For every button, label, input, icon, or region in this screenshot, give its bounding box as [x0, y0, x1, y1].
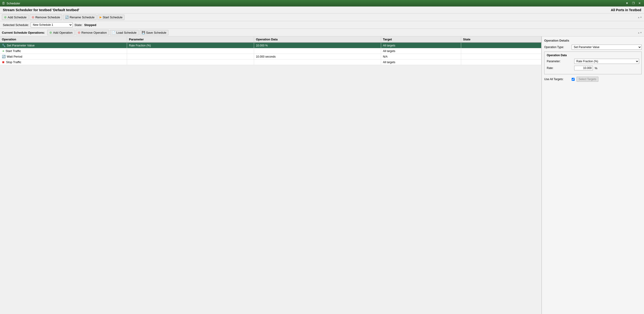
details-panel-title: Operation Details	[544, 39, 642, 42]
col-state: State	[461, 36, 542, 42]
add-schedule-icon: ⊕	[4, 15, 7, 19]
op-name-cell: 🔄 Wait Period	[0, 54, 127, 59]
operation-data-title: Operation Data	[547, 54, 639, 57]
add-operation-icon: ⊕	[49, 31, 52, 34]
operation-type-row: Operation Type: Set Parameter Value	[544, 45, 642, 50]
ops-toolbar-scrollbar: ▲▼	[638, 31, 642, 34]
content-area: Operation Parameter Operation Data Targe…	[0, 36, 644, 314]
ops-toolbar-label: Current Schedule Operations:	[2, 31, 45, 34]
main-header-title: Stream Scheduler for testbed 'Default te…	[3, 8, 79, 12]
close-button[interactable]: ✕	[637, 1, 642, 5]
add-operation-label: Add Operation	[53, 31, 72, 34]
table-header-row: Operation Parameter Operation Data Targe…	[0, 36, 542, 42]
toolbar-scrollbar: ▲▼	[638, 16, 642, 18]
wrench-icon: 🔧	[2, 44, 6, 47]
target-cell: N/A	[381, 54, 461, 59]
parameter-cell: Rate Fraction (%)	[127, 42, 254, 48]
op-name-cell: ⏹ Stop Traffic	[0, 59, 127, 65]
select-targets-button[interactable]: Select Targets	[576, 77, 598, 82]
use-targets-row: Use All Targets: Select Targets	[544, 77, 642, 82]
stop-icon: ⏹	[2, 60, 5, 64]
table-row[interactable]: 🔧 Set Parameter Value Rate Fraction (%) …	[0, 42, 542, 48]
title-bar: 🗓 Scheduler ▼ ❐ ✕	[0, 0, 644, 6]
op-data-cell	[254, 48, 381, 54]
schedule-toolbar: ⊕ Add Schedule ⊖ Remove Schedule 🔄 Renam…	[0, 13, 644, 21]
start-schedule-label: Start Schedule	[102, 15, 122, 19]
state-cell	[461, 42, 542, 48]
state-cell	[461, 48, 542, 54]
ops-toolbar: Current Schedule Operations: ⊕ Add Opera…	[0, 29, 644, 36]
all-ports-label: All Ports in Testbed	[611, 8, 641, 12]
operation-type-select[interactable]: Set Parameter Value	[572, 45, 642, 50]
table-row[interactable]: ⏹ Stop Traffic All targets	[0, 59, 542, 65]
rate-input[interactable]	[574, 66, 593, 70]
rename-schedule-button[interactable]: 🔄 Rename Schedule	[63, 15, 96, 20]
start-schedule-icon: ▶	[100, 15, 102, 19]
schedule-select[interactable]: New Schedule 1	[31, 22, 72, 27]
col-parameter: Parameter	[127, 36, 254, 42]
save-schedule-label: Save Schedule	[146, 31, 166, 34]
table-row[interactable]: 🔄 Wait Period 10.000 seconds N/A	[0, 54, 542, 59]
table-row[interactable]: ➜ Start Traffic All targets	[0, 48, 542, 54]
target-cell: All targets	[381, 42, 461, 48]
use-all-targets-label: Use All Targets:	[544, 78, 570, 81]
rate-label: Rate:	[547, 66, 572, 70]
op-name: Start Traffic	[6, 49, 21, 53]
state-cell	[461, 54, 542, 59]
operations-table-area: Operation Parameter Operation Data Targe…	[0, 36, 542, 314]
parameter-cell	[127, 54, 254, 59]
add-schedule-label: Add Schedule	[8, 15, 26, 19]
state-cell	[461, 59, 542, 65]
parameter-cell	[127, 59, 254, 65]
parameter-cell	[127, 48, 254, 54]
col-operation-data: Operation Data	[254, 36, 381, 42]
title-bar-title: Scheduler	[6, 2, 20, 5]
rename-schedule-label: Rename Schedule	[70, 15, 94, 19]
state-label: State:	[74, 23, 82, 27]
add-schedule-button[interactable]: ⊕ Add Schedule	[2, 14, 28, 20]
details-panel: Operation Details Operation Type: Set Pa…	[542, 36, 644, 314]
target-cell: All targets	[381, 59, 461, 65]
arrow-icon: ➜	[2, 49, 4, 53]
schedule-row: Selected Schedule: New Schedule 1 State:…	[0, 21, 644, 29]
target-cell: All targets	[381, 48, 461, 54]
op-name-cell: 🔧 Set Parameter Value	[0, 42, 127, 48]
state-value: Stopped	[84, 23, 96, 27]
app-icon: 🗓	[2, 1, 5, 5]
rename-schedule-icon: 🔄	[65, 15, 69, 19]
remove-operation-icon: ⊖	[78, 31, 80, 34]
remove-operation-button[interactable]: ⊖ Remove Operation	[76, 30, 109, 35]
op-name: Stop Traffic	[6, 60, 22, 64]
col-operation: Operation	[0, 36, 127, 42]
op-name-cell: ➜ Start Traffic	[0, 48, 127, 54]
op-data-cell: 10.000 %	[254, 42, 381, 48]
remove-operation-label: Remove Operation	[82, 31, 107, 34]
start-schedule-button[interactable]: ▶ Start Schedule	[98, 15, 124, 20]
parameter-select[interactable]: Rate Fraction (%)	[574, 59, 639, 64]
op-name: Wait Period	[7, 55, 22, 58]
main-header: Stream Scheduler for testbed 'Default te…	[0, 6, 644, 13]
rate-unit: %	[595, 66, 598, 70]
remove-schedule-label: Remove Schedule	[35, 15, 60, 19]
save-schedule-button[interactable]: 💾 Save Schedule	[140, 30, 168, 35]
parameter-row: Parameter: Rate Fraction (%)	[547, 59, 639, 64]
op-data-cell	[254, 59, 381, 65]
add-operation-button[interactable]: ⊕ Add Operation	[47, 30, 75, 35]
parameter-label: Parameter:	[547, 60, 572, 63]
selected-schedule-label: Selected Schedule:	[3, 23, 29, 27]
maximize-button[interactable]: ❐	[631, 1, 636, 5]
clock-icon: 🔄	[2, 55, 6, 58]
load-schedule-icon: 📄	[112, 31, 116, 34]
operation-data-group: Operation Data Parameter: Rate Fraction …	[544, 52, 642, 74]
minimize-button[interactable]: ▼	[624, 1, 630, 5]
load-schedule-label: Load Schedule	[116, 31, 136, 34]
remove-schedule-button[interactable]: ⊖ Remove Schedule	[30, 14, 62, 20]
remove-schedule-icon: ⊖	[32, 15, 34, 19]
rate-row: Rate: %	[547, 66, 639, 70]
col-target: Target	[381, 36, 461, 42]
load-schedule-button[interactable]: 📄 Load Schedule	[110, 30, 139, 35]
save-schedule-icon: 💾	[142, 31, 145, 34]
use-all-targets-checkbox[interactable]	[572, 78, 575, 81]
operations-table: Operation Parameter Operation Data Targe…	[0, 36, 542, 65]
op-data-cell: 10.000 seconds	[254, 54, 381, 59]
